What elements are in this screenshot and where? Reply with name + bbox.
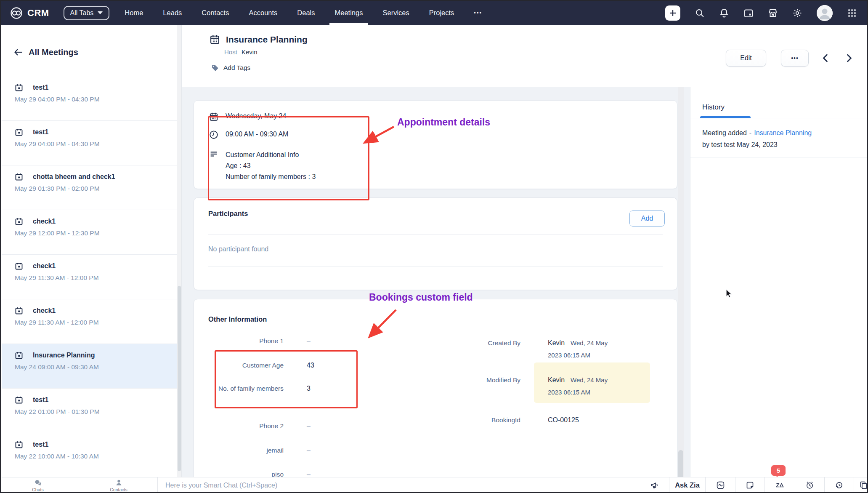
chats-tab[interactable]: Chats [19, 479, 57, 492]
field-value: – [307, 444, 311, 456]
back-to-all-meetings[interactable]: All Meetings [13, 47, 78, 57]
nav-item-projects[interactable]: Projects [429, 1, 454, 25]
note-icon [746, 481, 754, 490]
divider [208, 266, 663, 266]
history-record-link[interactable]: Insurance Planning [754, 129, 812, 136]
ask-zia-label: Ask Zia [675, 481, 700, 489]
record-header: Insurance Planning Host Kevin Add Tags E… [182, 25, 868, 87]
calendar-icon[interactable] [743, 8, 754, 18]
chats-label: Chats [32, 487, 43, 492]
search-icon[interactable] [695, 8, 705, 18]
copy-button[interactable] [854, 477, 868, 493]
annotation-appointment-details: Appointment details [397, 117, 490, 128]
nav-item-accounts[interactable]: Accounts [249, 1, 277, 25]
previous-record-icon[interactable] [820, 53, 831, 64]
list-item-meeting[interactable]: check1 May 29 11:30 AM - 12:00 PM [2, 299, 178, 344]
tag-icon [211, 64, 219, 72]
active-tab-underline [700, 116, 751, 118]
list-item-meeting[interactable]: chotta bheem and check1 May 29 01:30 PM … [2, 165, 178, 210]
mouse-cursor [724, 288, 734, 298]
nav-overflow-button[interactable]: ••• [474, 1, 482, 25]
brand[interactable]: CRM [9, 7, 49, 19]
add-tags-button[interactable]: Add Tags [211, 64, 250, 72]
back-arrow-icon [13, 47, 24, 57]
meeting-time: May 29 11:30 AM - 12:00 PM [15, 319, 178, 326]
notes-button[interactable] [735, 477, 764, 493]
meeting-title: test1 [33, 84, 48, 91]
reminders-button[interactable] [795, 477, 824, 493]
modified-by-name: Kevin [548, 376, 565, 384]
more-actions-button[interactable]: ••• [781, 50, 809, 67]
appointment-info-row: Customer Additional Info Age : 43 Number… [209, 149, 316, 182]
list-item-meeting[interactable]: check1 May 29 11:30 AM - 12:00 PM [2, 255, 178, 299]
marketplace-icon[interactable] [768, 8, 778, 18]
meeting-title: check1 [33, 262, 56, 270]
calendar-icon [15, 306, 23, 315]
nav-item-leads[interactable]: Leads [163, 1, 182, 25]
nav-item-contacts[interactable]: Contacts [202, 1, 229, 25]
avatar[interactable] [817, 5, 833, 21]
field-label: Created By [445, 337, 520, 349]
modified-by-date: Wed, 24 May [571, 376, 608, 384]
quick-add-button[interactable] [665, 5, 680, 21]
edit-button[interactable]: Edit [726, 50, 766, 67]
sidebar-title: All Meetings [29, 48, 78, 57]
meeting-title: test1 [33, 441, 48, 448]
meeting-title: check1 [33, 218, 56, 225]
history-panel: History Meeting added-Insurance Planning… [690, 87, 868, 477]
created-by-date: Wed, 24 May [571, 339, 608, 346]
other-information-title: Other Information [208, 315, 267, 323]
list-item-meeting[interactable]: test1 May 29 04:00 PM - 04:30 PM [2, 76, 178, 121]
field-value: – [307, 420, 311, 432]
user-silhouette-icon [817, 5, 833, 21]
add-tags-label: Add Tags [223, 64, 250, 72]
recent-items-button[interactable] [824, 477, 854, 493]
apps-grid-icon[interactable] [847, 8, 857, 18]
clock-icon [209, 130, 218, 139]
list-item-meeting[interactable]: test1 May 22 10:00 AM - 10:30 AM [2, 433, 178, 477]
info-family: Number of family members : 3 [226, 171, 316, 182]
list-item-meeting[interactable]: test1 May 29 04:00 PM - 04:30 PM [2, 121, 178, 165]
zia-button[interactable] [764, 477, 795, 493]
chevron-down-icon [98, 11, 103, 14]
plus-icon [669, 9, 677, 17]
participants-card: Participants Add No participant found [194, 197, 677, 290]
appointment-time-row: 09:00 AM - 09:30 AM [209, 131, 288, 139]
gear-icon[interactable] [792, 8, 802, 18]
calendar-icon [15, 440, 23, 449]
list-item-meeting-selected[interactable]: Insurance Planning May 24 09:00 AM - 09:… [2, 344, 178, 389]
nav-item-home[interactable]: Home [125, 1, 143, 25]
field-label: BookingId [445, 414, 520, 426]
pulse-icon [716, 481, 725, 490]
crm-app-window: CRM All Tabs Home Leads Contacts Account… [0, 0, 868, 493]
calendar-icon [15, 128, 23, 136]
meeting-title: test1 [33, 396, 48, 404]
field-label: Phone 2 [208, 420, 284, 432]
next-record-icon[interactable] [843, 53, 854, 64]
calendar-icon [15, 351, 23, 360]
calendar-icon [15, 83, 23, 92]
info-age: Age : 43 [226, 160, 316, 171]
ask-zia-button[interactable]: Ask Zia [669, 477, 705, 493]
list-item-meeting[interactable]: check1 May 29 12:00 PM - 12:30 PM [2, 210, 178, 255]
all-tabs-dropdown[interactable]: All Tabs [64, 6, 110, 20]
bell-icon[interactable] [719, 8, 729, 18]
contacts-tab[interactable]: Contacts [100, 479, 138, 492]
page-title: Insurance Planning [226, 35, 308, 45]
annotation-arrow [358, 123, 401, 148]
nav-item-deals[interactable]: Deals [297, 1, 315, 25]
announcements-button[interactable] [640, 477, 669, 493]
list-item-meeting[interactable]: test1 May 22 01:00 PM - 01:30 PM [2, 389, 178, 433]
all-tabs-label: All Tabs [70, 9, 94, 17]
nav-item-services[interactable]: Services [382, 1, 409, 25]
add-participant-button[interactable]: Add [629, 211, 665, 227]
tab-history[interactable]: History [702, 103, 725, 112]
smart-chat-input[interactable] [158, 477, 640, 493]
contact-person-icon [115, 479, 123, 487]
info-title: Customer Additional Info [226, 149, 316, 160]
annotation-bookings-custom-field: Bookings custom field [369, 292, 473, 303]
pulse-button[interactable] [705, 477, 735, 493]
content-scrollbar-track[interactable] [678, 87, 684, 493]
sidebar-scrollbar-thumb[interactable] [178, 286, 181, 471]
nav-item-meetings[interactable]: Meetings [335, 1, 363, 25]
